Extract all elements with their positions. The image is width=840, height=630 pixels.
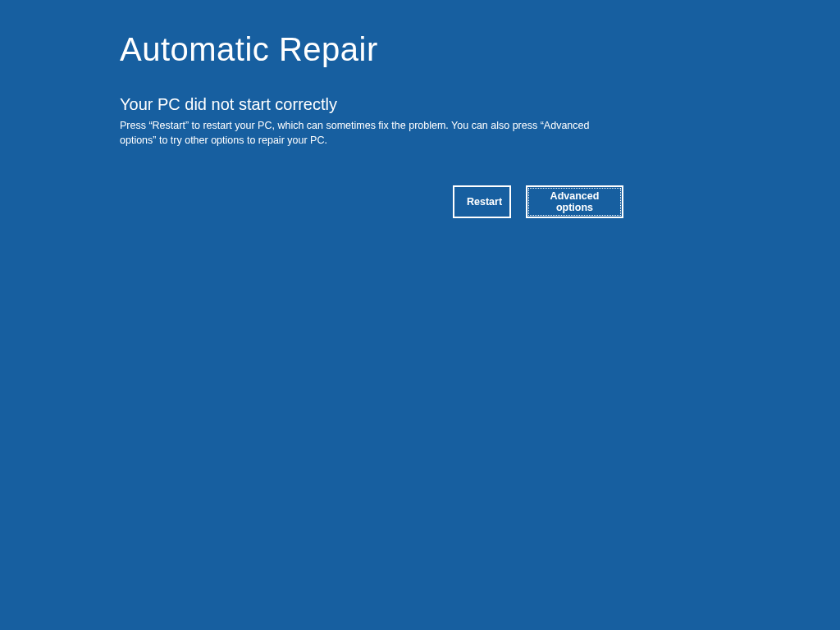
repair-container: Automatic Repair Your PC did not start c… (0, 0, 623, 218)
page-subtitle: Your PC did not start correctly (120, 95, 623, 114)
page-title: Automatic Repair (120, 31, 623, 68)
advanced-options-button[interactable]: Advanced options (526, 185, 623, 218)
page-description: Press “Restart” to restart your PC, whic… (120, 119, 616, 148)
restart-button[interactable]: Restart (453, 185, 511, 218)
button-row: Restart Advanced options (453, 185, 623, 218)
